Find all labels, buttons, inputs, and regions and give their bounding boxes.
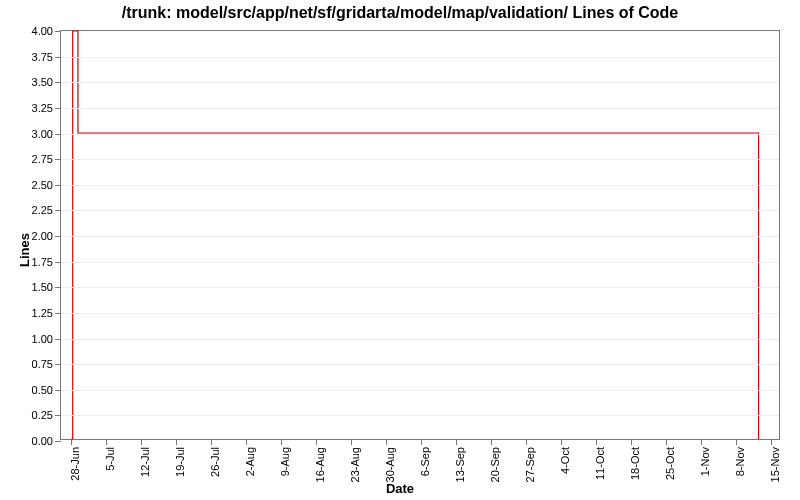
- x-tick: [771, 439, 772, 445]
- x-tick: [246, 439, 247, 445]
- x-tick: [351, 439, 352, 445]
- x-tick-label: 15-Nov: [769, 447, 781, 482]
- y-tick-label: 2.25: [32, 204, 61, 216]
- gridline-h: [61, 210, 779, 211]
- gridline-h: [61, 313, 779, 314]
- x-tick: [456, 439, 457, 445]
- y-tick-label: 3.75: [32, 51, 61, 63]
- gridline-h: [61, 364, 779, 365]
- x-tick-label: 9-Aug: [279, 447, 291, 476]
- y-tick-label: 1.00: [32, 333, 61, 345]
- x-tick: [736, 439, 737, 445]
- x-tick-label: 5-Jul: [104, 447, 116, 471]
- x-tick: [491, 439, 492, 445]
- y-tick-label: 3.00: [32, 128, 61, 140]
- x-tick-label: 18-Oct: [629, 447, 641, 480]
- y-tick-label: 3.25: [32, 102, 61, 114]
- x-tick: [71, 439, 72, 445]
- gridline-h: [61, 287, 779, 288]
- gridline-h: [61, 134, 779, 135]
- x-tick-label: 2-Aug: [244, 447, 256, 476]
- x-axis-title: Date: [386, 481, 414, 496]
- x-tick-label: 19-Jul: [174, 447, 186, 477]
- x-tick-label: 4-Oct: [559, 447, 571, 474]
- x-tick-label: 12-Jul: [139, 447, 151, 477]
- y-tick-label: 1.25: [32, 307, 61, 319]
- x-tick-label: 13-Sep: [454, 447, 466, 482]
- x-tick: [141, 439, 142, 445]
- y-tick-label: 3.50: [32, 76, 61, 88]
- x-tick-label: 11-Oct: [594, 447, 606, 480]
- x-tick-label: 23-Aug: [349, 447, 361, 482]
- x-tick: [526, 439, 527, 445]
- plot-area: 0.000.250.500.751.001.251.501.752.002.25…: [60, 30, 780, 440]
- x-tick: [386, 439, 387, 445]
- x-tick: [421, 439, 422, 445]
- y-tick-label: 2.75: [32, 153, 61, 165]
- chart-container: /trunk: model/src/app/net/sf/gridarta/mo…: [0, 0, 800, 500]
- y-tick-label: 0.00: [32, 435, 61, 447]
- gridline-h: [61, 82, 779, 83]
- gridline-h: [61, 57, 779, 58]
- series-line: [71, 31, 759, 439]
- x-tick: [631, 439, 632, 445]
- gridline-h: [61, 108, 779, 109]
- x-tick: [561, 439, 562, 445]
- data-line: [61, 31, 779, 439]
- x-tick: [666, 439, 667, 445]
- gridline-h: [61, 236, 779, 237]
- gridline-h: [61, 339, 779, 340]
- x-tick-label: 1-Nov: [699, 447, 711, 476]
- x-tick: [106, 439, 107, 445]
- y-tick-label: 0.25: [32, 409, 61, 421]
- x-tick-label: 20-Sep: [489, 447, 501, 482]
- y-tick-label: 1.75: [32, 256, 61, 268]
- x-tick-label: 25-Oct: [664, 447, 676, 480]
- y-tick-label: 1.50: [32, 281, 61, 293]
- gridline-h: [61, 390, 779, 391]
- y-tick-label: 2.00: [32, 230, 61, 242]
- gridline-h: [61, 185, 779, 186]
- x-tick: [176, 439, 177, 445]
- x-tick-label: 26-Jul: [209, 447, 221, 477]
- x-tick: [316, 439, 317, 445]
- gridline-h: [61, 159, 779, 160]
- gridline-h: [61, 415, 779, 416]
- x-tick: [701, 439, 702, 445]
- x-tick-label: 30-Aug: [384, 447, 396, 482]
- y-tick-label: 2.50: [32, 179, 61, 191]
- gridline-h: [61, 262, 779, 263]
- x-tick-label: 27-Sep: [524, 447, 536, 482]
- x-tick: [281, 439, 282, 445]
- x-tick: [211, 439, 212, 445]
- chart-title: /trunk: model/src/app/net/sf/gridarta/mo…: [0, 4, 800, 22]
- y-tick-label: 4.00: [32, 25, 61, 37]
- x-tick-label: 8-Nov: [734, 447, 746, 476]
- y-tick-label: 0.75: [32, 358, 61, 370]
- y-axis-title: Lines: [17, 233, 32, 267]
- x-tick-label: 16-Aug: [314, 447, 326, 482]
- x-tick-label: 6-Sep: [419, 447, 431, 476]
- x-tick: [596, 439, 597, 445]
- x-tick-label: 28-Jun: [69, 447, 81, 481]
- y-tick-label: 0.50: [32, 384, 61, 396]
